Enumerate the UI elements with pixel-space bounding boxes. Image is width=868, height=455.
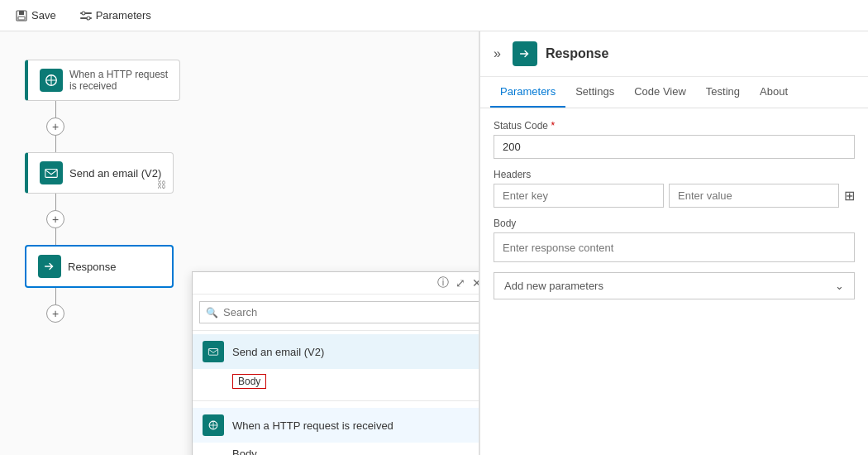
http-suggestion-label: When a HTTP request is received [232,419,393,432]
panel-title: Response [546,46,608,61]
search-icon: 🔍 [206,307,218,318]
email-suggestion-icon [203,341,224,362]
headers-value-input[interactable] [669,184,839,208]
tab-parameters[interactable]: Parameters [490,77,565,108]
right-panel: » Response Parameters Settings Code View… [479,31,868,455]
tab-settings[interactable]: Settings [565,77,624,108]
body-input[interactable] [494,232,855,262]
email-body-badge: Body [232,374,266,389]
chevron-down-icon: ⌄ [835,280,844,292]
toolbar: Save Parameters [0,0,868,31]
headers-row: ⊞ [494,184,855,208]
suggestion-group-http: When a HTTP request is received Body [193,405,479,455]
add-params-label: Add new parameters [504,280,603,292]
panel-body: Status Code * Headers ⊞ Body Add new par… [480,108,868,455]
headers-key-input[interactable] [494,184,664,208]
save-button[interactable]: Save [10,7,61,24]
add-params-button[interactable]: Add new parameters ⌄ [494,272,855,299]
collapse-left-icon[interactable]: » [494,46,501,61]
link-icon: ⛓ [157,180,166,189]
suggestion-http-item[interactable]: When a HTTP request is received [193,408,479,443]
parameters-label: Parameters [96,9,151,22]
add-step-2[interactable]: + [46,210,64,228]
panel-response-icon [513,41,537,66]
main-content: When a HTTP request is received + Send a… [0,31,868,455]
svg-rect-2 [18,17,25,20]
info-icon[interactable]: ⓘ [437,275,449,290]
send-email-icon [40,161,63,184]
http-request-node[interactable]: When a HTTP request is received [25,60,180,101]
suggestion-group-email: Send an email (V2) Body [193,331,479,397]
svg-rect-9 [208,349,217,356]
tab-about[interactable]: About [750,77,798,108]
email-body-item[interactable]: Body [193,369,479,394]
svg-rect-8 [45,170,57,178]
flow-canvas: When a HTTP request is received + Send a… [0,31,479,455]
http-body-item[interactable]: Body [193,443,479,455]
svg-point-6 [87,17,90,20]
tab-code-view[interactable]: Code View [624,77,696,108]
response-node[interactable]: Response [25,245,174,288]
divider-1 [193,400,479,401]
http-body-label: Body [232,448,257,455]
suggestion-box: ⓘ ⤢ ✕ 🔍 Send an email (V2) [192,271,479,455]
status-code-input[interactable] [494,135,855,159]
svg-point-5 [82,12,85,15]
send-email-node[interactable]: Send an email (V2) ⛓ [25,152,174,194]
http-suggestion-icon [203,414,224,436]
email-suggestion-label: Send an email (V2) [232,346,324,358]
panel-tabs: Parameters Settings Code View Testing Ab… [480,77,868,108]
suggestion-header: ⓘ ⤢ ✕ [193,272,479,295]
response-icon [38,255,61,278]
add-step-3[interactable]: + [46,304,64,323]
status-code-label: Status Code * [494,120,855,132]
panel-header: » Response [480,31,868,77]
parameters-icon [79,9,93,22]
connector-3: + [46,288,64,323]
expand-icon[interactable]: ⤢ [455,276,465,290]
parameters-button[interactable]: Parameters [74,7,156,24]
tab-testing[interactable]: Testing [696,77,750,108]
headers-label: Headers [494,169,855,180]
save-icon [15,9,28,22]
send-email-label: Send an email (V2) [69,167,161,180]
suggestion-email-item[interactable]: Send an email (V2) [193,334,479,369]
body-label: Body [494,218,855,229]
response-label: Response [68,261,117,273]
http-request-label: When a HTTP request is received [69,69,168,92]
close-icon[interactable]: ✕ [472,276,479,290]
required-indicator: * [551,120,555,132]
save-label: Save [31,9,56,22]
svg-rect-1 [19,11,24,15]
connector-1: + [46,101,64,152]
search-input[interactable] [199,301,479,323]
headers-delete-icon[interactable]: ⊞ [844,188,855,204]
add-step-1[interactable]: + [46,117,64,136]
http-request-icon [40,69,63,92]
connector-2: + [46,194,64,245]
suggestion-search-area: 🔍 [193,295,479,331]
